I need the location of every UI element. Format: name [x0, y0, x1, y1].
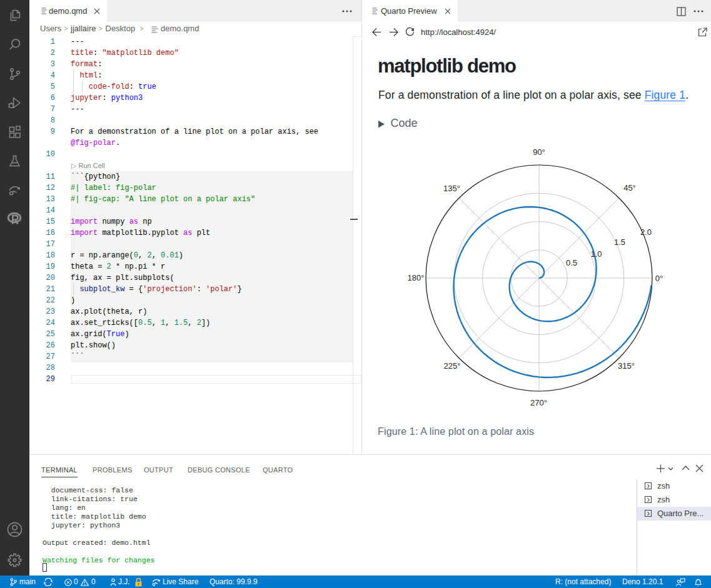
svg-text:180°: 180° [408, 273, 425, 282]
svg-text:0.5: 0.5 [566, 258, 577, 267]
svg-text:270°: 270° [530, 398, 547, 407]
svg-text:2.0: 2.0 [640, 227, 652, 237]
svg-text:1.5: 1.5 [614, 237, 625, 247]
svg-text:1.0: 1.0 [590, 249, 602, 259]
svg-text:0°: 0° [655, 274, 663, 283]
svg-text:315°: 315° [618, 361, 635, 371]
svg-text:45°: 45° [623, 183, 636, 192]
svg-text:90°: 90° [533, 147, 545, 157]
svg-text:225°: 225° [444, 361, 461, 371]
svg-text:135°: 135° [443, 184, 460, 193]
